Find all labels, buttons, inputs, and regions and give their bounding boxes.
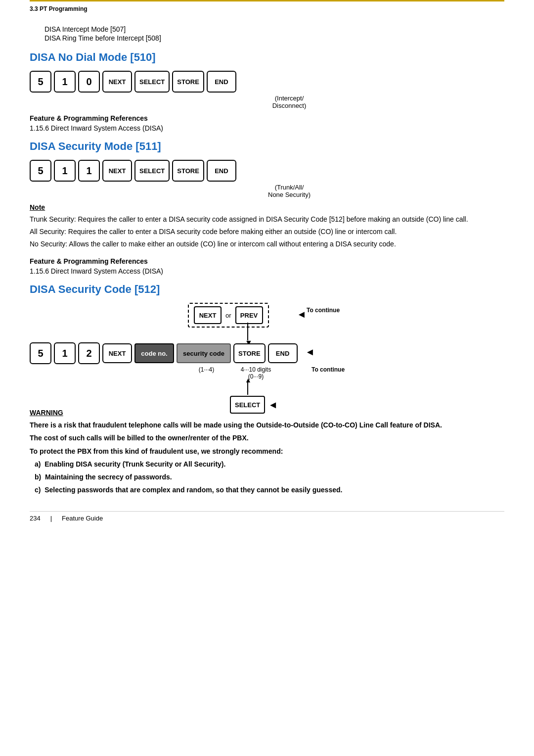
note-section-511: Note Trunk Security: Requires the caller… xyxy=(30,203,504,249)
footer: 234 | Feature Guide xyxy=(30,511,504,522)
or-label: or xyxy=(225,312,231,319)
select-button-511[interactable]: SELECT xyxy=(134,160,170,182)
preamble-line2: DISA Ring Time before Intercept [508] xyxy=(44,34,504,42)
store-button-510[interactable]: STORE xyxy=(172,71,204,93)
section-512: DISA Security Code [512] NEXT or PREV ◄ … xyxy=(30,283,504,496)
diagram-512: NEXT or PREV ◄ To continue ▼ 5 1 2 NEXT … xyxy=(30,303,504,402)
warning-section: WARNING There is a risk that fraudulent … xyxy=(30,409,504,496)
warning-item-b: b) Maintaining the secrecy of passwords. xyxy=(35,472,504,483)
next-button-512[interactable]: NEXT xyxy=(102,343,132,363)
store-button-512[interactable]: STORE xyxy=(233,343,266,363)
end-button-512[interactable]: END xyxy=(268,343,298,363)
arrow-left-select: ◄ xyxy=(268,399,278,411)
select-row: SELECT ◄ xyxy=(230,396,278,414)
section-510: DISA No Dial Mode [510] 5 1 0 NEXT SELEC… xyxy=(30,51,504,132)
section-510-title: DISA No Dial Mode [510] xyxy=(30,51,504,64)
down-connector-1 xyxy=(247,323,248,340)
end-button-511[interactable]: END xyxy=(207,160,236,182)
key-1b-511: 1 xyxy=(78,160,100,182)
section-512-title: DISA Security Code [512] xyxy=(30,283,504,296)
preamble-lines: DISA Intercept Mode [507] DISA Ring Time… xyxy=(44,25,504,42)
footer-guide-name: Feature Guide xyxy=(62,515,103,522)
key-5-512: 5 xyxy=(30,342,51,364)
select-button-512[interactable]: SELECT xyxy=(230,396,265,414)
next-button-511[interactable]: NEXT xyxy=(102,160,132,182)
feature-ref-content-510: 1.15.6 Direct Inward System Access (DISA… xyxy=(30,124,504,132)
key-0-510: 0 xyxy=(78,71,100,93)
main-512-row: 5 1 2 NEXT code no. security code STORE … xyxy=(30,342,298,364)
key-1-510: 1 xyxy=(54,71,76,93)
arrow-into-store: ◄ xyxy=(305,346,315,358)
page: 3.3 PT Programming DISA Intercept Mode [… xyxy=(0,0,534,756)
note-text-511-2: All Security: Requires the caller to ent… xyxy=(30,227,504,237)
next-prev-dashed-box: NEXT or PREV xyxy=(188,303,269,328)
section-511-title: DISA Security Mode [511] xyxy=(30,140,504,153)
key-row-510: 5 1 0 NEXT SELECT STORE END xyxy=(30,71,504,93)
preamble-line1: DISA Intercept Mode [507] xyxy=(44,25,504,33)
section-label: 3.3 PT Programming xyxy=(30,5,504,15)
key-2-512: 2 xyxy=(78,342,100,364)
key-5-510: 5 xyxy=(30,71,51,93)
to-continue-1: To continue xyxy=(307,307,340,314)
key-1-512: 1 xyxy=(54,342,76,364)
footer-page-number: 234 xyxy=(30,515,41,522)
caption-510: (Intercept/Disconnect) xyxy=(74,94,504,109)
end-button-510[interactable]: END xyxy=(207,71,236,93)
arrow-into-dashed: ◄ xyxy=(297,309,307,320)
top-bar: 3.3 PT Programming xyxy=(30,0,504,15)
note-text-511-3: No Security: Allows the caller to make e… xyxy=(30,239,504,249)
key-5-511: 5 xyxy=(30,160,51,182)
code-no-box: code no. xyxy=(134,343,174,363)
caption-security-code: 4···10 digits(0···9) xyxy=(227,366,284,380)
warning-item-a: a) Enabling DISA security (Trunk Securit… xyxy=(35,459,504,471)
select-button-510[interactable]: SELECT xyxy=(134,71,170,93)
warning-line-3: To protect the PBX from this kind of fra… xyxy=(30,446,504,457)
caption-511: (Trunk/All/None Security) xyxy=(74,184,504,198)
prev-btn-np[interactable]: PREV xyxy=(235,306,263,324)
arrow-up-tip: ▲ xyxy=(245,376,252,384)
note-title-511: Note xyxy=(30,203,504,211)
below-captions: (1···4) 4···10 digits(0···9) xyxy=(185,366,284,380)
warning-line-1: There is a risk that fraudulent telephon… xyxy=(30,420,504,430)
security-code-box: security code xyxy=(177,343,231,363)
note-text-511-1: Trunk Security: Requires the caller to e… xyxy=(30,214,504,225)
store-button-511[interactable]: STORE xyxy=(172,160,204,182)
key-1-511: 1 xyxy=(54,160,76,182)
to-continue-2: To continue xyxy=(312,366,345,373)
warning-line-2: The cost of such calls will be billed to… xyxy=(30,432,504,443)
feature-ref-title-510: Feature & Programming References xyxy=(30,114,504,122)
warning-item-c: c) Selecting passwords that are complex … xyxy=(35,484,504,496)
footer-separator: | xyxy=(50,515,52,522)
key-row-511: 5 1 1 NEXT SELECT STORE END xyxy=(30,160,504,182)
next-btn-np[interactable]: NEXT xyxy=(194,306,222,324)
next-button-510[interactable]: NEXT xyxy=(102,71,132,93)
section-511: DISA Security Mode [511] 5 1 1 NEXT SELE… xyxy=(30,140,504,275)
feature-ref-content-511: 1.15.6 Direct Inward System Access (DISA… xyxy=(30,267,504,275)
caption-code-no: (1···4) xyxy=(185,366,227,380)
warning-list: a) Enabling DISA security (Trunk Securit… xyxy=(35,459,504,496)
feature-ref-title-511: Feature & Programming References xyxy=(30,257,504,265)
